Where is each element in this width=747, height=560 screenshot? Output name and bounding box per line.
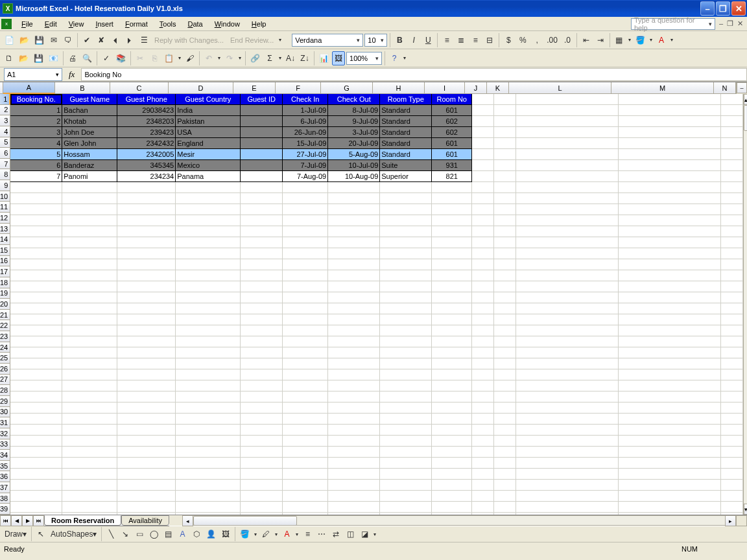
cell[interactable]: Bachan <box>62 105 117 116</box>
cell[interactable] <box>241 491 283 502</box>
tab-prev-button[interactable]: ◀ <box>11 515 22 526</box>
chevron-down-icon[interactable]: ▾ <box>253 531 258 537</box>
cell[interactable] <box>117 314 176 325</box>
cell[interactable] <box>432 447 472 458</box>
cell[interactable] <box>472 160 494 171</box>
cell[interactable] <box>241 270 283 281</box>
cell[interactable] <box>432 358 472 369</box>
row-header-3[interactable]: 3 <box>0 115 10 126</box>
cell[interactable] <box>283 215 328 226</box>
cell[interactable] <box>516 425 619 436</box>
cell[interactable] <box>494 215 516 226</box>
cell[interactable] <box>62 402 117 414</box>
cell[interactable] <box>10 248 62 259</box>
cell[interactable] <box>494 171 516 182</box>
cell[interactable] <box>494 469 516 480</box>
chevron-down-icon[interactable]: ▾ <box>648 37 654 43</box>
cell[interactable] <box>283 491 328 502</box>
cell[interactable] <box>721 127 743 138</box>
cell[interactable] <box>117 447 176 458</box>
cell[interactable] <box>241 160 283 171</box>
cell[interactable]: 9-Jul-09 <box>328 116 380 127</box>
chevron-down-icon[interactable]: ▾ <box>274 531 279 537</box>
row-header-7[interactable]: 7 <box>0 159 10 170</box>
cell[interactable] <box>328 226 380 237</box>
cell[interactable] <box>117 292 176 303</box>
cell[interactable] <box>619 391 721 402</box>
column-header-C[interactable]: C <box>110 82 169 94</box>
column-header-H[interactable]: H <box>373 82 425 94</box>
cell[interactable] <box>432 259 472 270</box>
menu-edit[interactable]: Edit <box>39 19 63 29</box>
help-icon[interactable]: ? <box>388 51 401 65</box>
cell[interactable] <box>380 204 432 215</box>
cell[interactable] <box>619 127 721 138</box>
save-icon[interactable]: 💾 <box>32 51 45 65</box>
cell[interactable] <box>516 358 619 369</box>
cell[interactable] <box>241 116 283 127</box>
cell[interactable] <box>721 380 743 391</box>
cell[interactable]: Pakistan <box>176 116 241 127</box>
cell[interactable] <box>472 380 494 391</box>
show-changes-icon[interactable]: ☰ <box>137 33 150 47</box>
cell[interactable] <box>10 325 62 336</box>
cell[interactable]: 601 <box>432 138 472 149</box>
cell[interactable] <box>10 237 62 248</box>
cell[interactable] <box>721 447 743 458</box>
cell[interactable] <box>619 325 721 336</box>
cell[interactable]: 2 <box>10 116 62 127</box>
cell[interactable] <box>721 182 743 193</box>
row-header-4[interactable]: 4 <box>0 126 10 137</box>
cell[interactable] <box>721 105 743 116</box>
row-header-35[interactable]: 35 <box>0 461 10 472</box>
cell[interactable] <box>472 281 494 292</box>
cell[interactable] <box>721 160 743 171</box>
cell[interactable] <box>380 447 432 458</box>
column-header-J[interactable]: J <box>465 82 487 94</box>
cell[interactable] <box>241 447 283 458</box>
cell[interactable]: Room No <box>432 94 472 105</box>
column-header-G[interactable]: G <box>321 82 373 94</box>
row-header-38[interactable]: 38 <box>0 493 10 504</box>
cell[interactable] <box>432 292 472 303</box>
cell[interactable] <box>516 215 619 226</box>
cell[interactable] <box>283 193 328 204</box>
cell[interactable] <box>10 281 62 292</box>
reject-change-icon[interactable]: ✘ <box>95 33 108 47</box>
cell[interactable] <box>619 436 721 447</box>
row-header-23[interactable]: 23 <box>0 331 10 342</box>
toolbar-options-icon[interactable]: ▾ <box>402 55 407 61</box>
cell[interactable] <box>241 237 283 248</box>
cell[interactable] <box>10 347 62 358</box>
cell[interactable] <box>516 513 619 515</box>
toolbar-options-icon[interactable]: ▾ <box>278 37 283 43</box>
cell[interactable] <box>380 314 432 325</box>
comma-style-icon[interactable]: , <box>530 33 543 47</box>
cell[interactable] <box>380 402 432 414</box>
copy-icon[interactable]: ⎘ <box>148 51 161 65</box>
cell[interactable] <box>619 358 721 369</box>
cell[interactable] <box>494 336 516 347</box>
cell[interactable] <box>432 215 472 226</box>
cell[interactable] <box>516 237 619 248</box>
chevron-down-icon[interactable]: ▾ <box>217 55 222 61</box>
scroll-left-button[interactable]: ◂ <box>182 515 193 526</box>
cell[interactable] <box>10 369 62 380</box>
scroll-down-button[interactable]: ▾ <box>744 504 747 515</box>
cell[interactable] <box>176 193 241 204</box>
cell[interactable]: 821 <box>432 171 472 182</box>
cell[interactable] <box>721 491 743 502</box>
cell[interactable] <box>494 358 516 369</box>
cell[interactable] <box>380 292 432 303</box>
cell[interactable] <box>62 347 117 358</box>
cell[interactable] <box>283 436 328 447</box>
cell[interactable] <box>619 237 721 248</box>
cell[interactable] <box>619 502 721 513</box>
cell[interactable]: 601 <box>432 149 472 160</box>
cell[interactable] <box>619 281 721 292</box>
cell[interactable] <box>721 502 743 513</box>
cell[interactable] <box>721 314 743 325</box>
cell[interactable] <box>328 182 380 193</box>
cell[interactable] <box>176 391 241 402</box>
cell[interactable] <box>62 226 117 237</box>
